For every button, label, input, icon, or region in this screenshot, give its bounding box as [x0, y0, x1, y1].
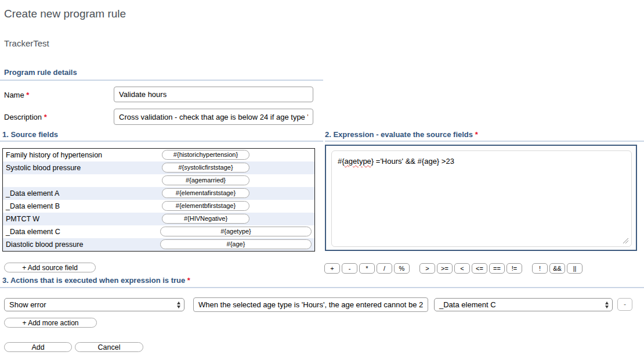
source-field-label: _Data element A	[3, 189, 59, 198]
required-asterisk: *	[26, 91, 29, 99]
operator-button[interactable]: ==	[489, 263, 505, 274]
select-arrows-icon	[605, 301, 609, 308]
source-field-row: Family history of hypertension#{historic…	[3, 149, 314, 161]
source-fields-header: 1. Source fields	[0, 130, 323, 142]
source-field-label: Diastolic blood pressure	[3, 240, 83, 249]
expression-panel: #{agetype} ='Hours' && #{age} >23	[325, 145, 637, 251]
source-field-row: PMTCT W#{HIVNegative}	[3, 213, 314, 225]
expression-header: 2. Expression - evaluate the source fiel…	[325, 130, 644, 142]
description-label: Description *	[4, 113, 47, 121]
operator-button[interactable]: &&	[549, 263, 565, 274]
name-input[interactable]	[114, 87, 313, 102]
source-field-code-button[interactable]: #{elementafirststage}	[162, 188, 249, 198]
resize-handle-icon[interactable]	[623, 238, 629, 244]
actions-header: 3. Actions that is executed when express…	[0, 276, 644, 288]
source-field-code-button[interactable]: #{agetype}	[160, 227, 312, 236]
source-field-code-button[interactable]: #{elementbfirststage}	[162, 201, 249, 211]
add-source-field-button[interactable]: + Add source field	[4, 263, 96, 272]
operator-button[interactable]: !=	[506, 263, 522, 274]
operator-button[interactable]: <=	[472, 263, 487, 274]
operator-group: >>=<<===!=	[419, 263, 524, 274]
action-data-element-select[interactable]: _Data element C	[434, 298, 613, 311]
operator-group: !&&||	[532, 263, 584, 274]
operator-button[interactable]: /	[377, 263, 392, 274]
source-field-row: #{agemarried}	[3, 174, 314, 187]
operator-button[interactable]: %	[394, 263, 410, 274]
source-field-code-button[interactable]: #{agemarried}	[162, 175, 249, 185]
operator-button[interactable]: !	[532, 263, 548, 274]
source-field-code-button[interactable]: #{historichypertension}	[162, 150, 249, 160]
source-field-label: _Data element C	[3, 228, 60, 236]
source-field-label: Family history of hypertension	[3, 151, 102, 159]
source-field-row: Diastolic blood pressure#{age}	[3, 238, 314, 251]
page-title: Create new program rule	[4, 8, 126, 20]
operator-group: +-*/%	[324, 263, 411, 274]
operator-button[interactable]: +	[324, 263, 340, 274]
source-fields-table: Family history of hypertension#{historic…	[2, 148, 315, 252]
select-arrows-icon	[177, 301, 180, 308]
source-field-label: Systolic blood pressure	[3, 164, 81, 172]
cancel-button[interactable]: Cancel	[75, 342, 143, 352]
operator-button[interactable]: -	[342, 263, 357, 274]
misspelled-word: agetype	[345, 157, 371, 166]
source-field-row: _Data element A#{elementafirststage}	[3, 187, 314, 200]
source-field-code-button[interactable]: #{HIVNegative}	[162, 214, 249, 224]
source-field-code-button[interactable]: #{age}	[160, 239, 312, 249]
details-header-label: Program rule details	[4, 68, 77, 77]
action-data-element-value: _Data element C	[439, 300, 496, 309]
expression-text: #{agetype} ='Hours' && #{age} >23	[338, 157, 454, 166]
add-button[interactable]: Add	[4, 342, 72, 352]
action-message-input[interactable]	[193, 297, 428, 312]
operator-toolbar: +-*/%>>=<<===!=!&&||	[324, 263, 584, 274]
program-name: TrackerTest	[4, 38, 49, 48]
name-label: Name *	[4, 91, 29, 99]
operator-button[interactable]: >	[419, 263, 435, 274]
add-more-action-button[interactable]: + Add more action	[4, 318, 97, 328]
source-field-row: _Data element C#{agetype}	[3, 225, 314, 238]
source-field-row: _Data element B#{elementbfirststage}	[3, 200, 314, 213]
operator-button[interactable]: <	[454, 263, 470, 274]
required-asterisk: *	[475, 130, 478, 139]
remove-action-button[interactable]: -	[617, 298, 632, 311]
operator-button[interactable]: ||	[567, 263, 583, 274]
description-input[interactable]	[114, 109, 313, 125]
details-header: Program rule details	[0, 68, 323, 81]
source-field-label: _Data element B	[3, 202, 60, 210]
action-type-value: Show error	[9, 300, 46, 309]
source-field-label: PMTCT W	[3, 215, 39, 223]
source-field-code-button[interactable]: #{systolicfirststage}	[162, 163, 249, 173]
operator-button[interactable]: >=	[437, 263, 453, 274]
create-program-rule-page: Create new program rule TrackerTest Prog…	[0, 0, 644, 359]
required-asterisk: *	[187, 276, 190, 285]
action-type-select[interactable]: Show error	[4, 298, 184, 311]
source-field-row: Systolic blood pressure#{systolicfirstst…	[3, 161, 314, 174]
operator-button[interactable]: *	[359, 263, 375, 274]
required-asterisk: *	[44, 113, 47, 121]
expression-textarea[interactable]: #{agetype} ='Hours' && #{age} >23	[331, 150, 632, 247]
